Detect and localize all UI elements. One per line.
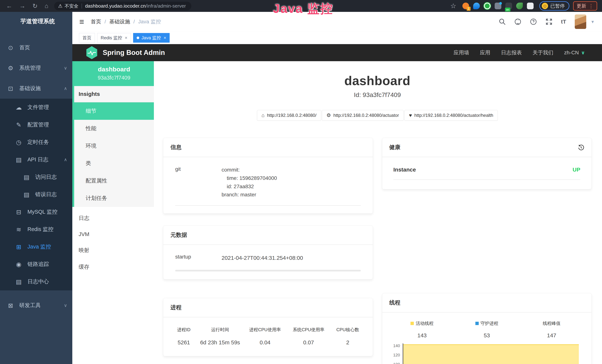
column-header: CPU核心数 — [330, 327, 365, 333]
sba-item-scheduled-tasks[interactable]: 计划任务 — [74, 190, 154, 207]
sidebar-item-access-log[interactable]: ▤ 访问日志 — [0, 168, 72, 186]
breadcrumb-item-current: Java 监控 — [138, 18, 161, 25]
sba-link-about[interactable]: 关于我们 — [533, 49, 553, 56]
sidebar-item-error-log[interactable]: ▤ 错误日志 — [0, 186, 72, 203]
close-icon[interactable]: × — [163, 35, 166, 40]
access-log-icon: ▤ — [22, 173, 31, 181]
bookmark-star-icon[interactable]: ☆ — [450, 2, 456, 10]
search-icon[interactable] — [499, 18, 506, 25]
cell-value: 5261 — [171, 339, 197, 346]
sba-instance-header[interactable]: dashboard 93a3fc7f7409 — [74, 61, 154, 86]
error-log-icon: ▤ — [22, 191, 31, 198]
config-manage-icon: ✎ — [14, 121, 23, 128]
ext-grid-icon[interactable] — [495, 3, 501, 9]
service-url-button[interactable]: ⌂ http://192.168.0.2:48080/ — [257, 110, 321, 121]
paused-profile-pill[interactable]: ☺ 已暂停 — [539, 1, 569, 11]
sba-item-metrics[interactable]: 性能 — [74, 120, 154, 137]
legend-item-peak: 线程峰值 147 — [519, 321, 584, 339]
info-value: commit: time: 1596289704000 id: 27aa832 … — [222, 166, 277, 199]
browser-update-button[interactable]: 更新 ⋮ — [573, 1, 597, 11]
sidebar-item-label: 链路追踪 — [27, 260, 49, 268]
address-bar[interactable]: ⚠ 不安全 dashboard.yudao.iocoder.cn /infra/… — [54, 2, 192, 11]
avatar-caret-down-icon[interactable]: ▾ — [591, 19, 594, 25]
browser-home-icon[interactable]: ⌂ — [45, 2, 48, 10]
sidebar-item-home[interactable]: ⊙ 首页 — [0, 37, 72, 58]
mysql-monitor-icon: ⊟ — [14, 208, 23, 216]
tab-label: Redis 监控 — [101, 35, 122, 41]
sba-item-caches[interactable]: 缓存 — [72, 259, 154, 275]
sidebar-item-dev-tools[interactable]: ⊠ 研发工具 ∨ — [0, 295, 72, 316]
tab-home[interactable]: 首页 — [79, 33, 95, 43]
breadcrumb-item-home[interactable]: 首页 — [91, 18, 101, 25]
panels-right-column: 健康 Instance UP — [382, 138, 592, 364]
annotation-java-monitor: Java 监控 — [273, 0, 333, 17]
sba-item-config-props[interactable]: 配置属性 — [74, 172, 154, 190]
extensions-puzzle-icon[interactable] — [527, 3, 534, 9]
sba-link-applications[interactable]: 应用 — [480, 49, 490, 56]
url-host[interactable]: dashboard.yudao.iocoder.cn — [85, 3, 146, 9]
ext-green-circle-icon[interactable] — [484, 3, 491, 9]
sidebar-item-file-manage[interactable]: ☁ 文件管理 — [0, 99, 72, 116]
user-avatar[interactable] — [575, 14, 586, 29]
horizontal-scrollbar[interactable] — [175, 270, 361, 271]
process-panel: 进程 进程ID 运行时间 进程CPU使用率 系统CPU使用率 — [163, 298, 373, 356]
sba-item-jvm[interactable]: JVM — [72, 227, 154, 242]
table-row: startup 2021-04-27T00:44:31.254+08:00 — [175, 254, 361, 262]
ext-pin-icon[interactable] — [473, 3, 480, 9]
process-table: 进程ID 运行时间 进程CPU使用率 系统CPU使用率 CPU核心数 5261 … — [171, 327, 365, 346]
help-icon[interactable] — [530, 18, 537, 25]
sidebar-item-system-manage[interactable]: ⚙ 系统管理 ∨ — [0, 58, 72, 78]
sba-item-classes[interactable]: 类 — [74, 155, 154, 172]
font-size-icon[interactable]: tT — [561, 19, 566, 25]
sba-link-journal[interactable]: 日志报表 — [501, 49, 522, 56]
table-row[interactable]: Instance UP — [393, 167, 580, 180]
close-icon[interactable]: × — [125, 35, 127, 40]
sba-item-details[interactable]: 细节 — [74, 102, 154, 120]
sidebar-item-log-center[interactable]: ▤ 日志中心 — [0, 273, 72, 290]
url-path[interactable]: /infra/admin-server — [146, 3, 186, 9]
github-icon[interactable] — [514, 18, 521, 25]
breadcrumb-item-infrastructure[interactable]: 基础设施 — [109, 18, 130, 25]
wrench-icon: ⚙ — [326, 112, 331, 118]
metadata-panel-header: 元数据 — [163, 226, 373, 245]
tab-java-monitor[interactable]: Java 监控 × — [133, 33, 170, 43]
ext-leaf-icon[interactable] — [516, 3, 523, 9]
fullscreen-icon[interactable] — [546, 18, 552, 25]
history-icon[interactable] — [578, 144, 584, 151]
back-icon[interactable]: ← — [6, 2, 12, 10]
threads-panel-header: 线程 — [382, 293, 592, 313]
sidebar-item-config-manage[interactable]: ✎ 配置管理 — [0, 116, 72, 134]
sidebar-item-mysql-monitor[interactable]: ⊟ MySQL 监控 — [0, 203, 72, 221]
sba-item-logs[interactable]: 日志 — [72, 210, 154, 227]
sba-main: dashboard Id: 93a3fc7f7409 ⌂ http://192.… — [154, 61, 602, 364]
app-logo[interactable]: 芋道管理系统 — [0, 12, 72, 31]
sba-brand[interactable]: Spring Boot Admin — [86, 46, 165, 60]
sba-link-wallboard[interactable]: 应用墙 — [454, 49, 469, 56]
not-secure-warning-icon[interactable]: ⚠ — [58, 3, 63, 9]
sidebar-item-api-log[interactable]: ▤ API 日志 ∧ — [0, 151, 72, 168]
ext-switch-icon[interactable]: on — [505, 3, 512, 9]
not-secure-label[interactable]: 不安全 — [64, 3, 78, 9]
legend-value: 147 — [519, 332, 584, 339]
forward-icon[interactable]: → — [19, 2, 25, 10]
sidebar-item-label: API 日志 — [27, 156, 48, 163]
sidebar-item-scheduled-job[interactable]: ◷ 定时任务 — [0, 134, 72, 151]
sidebar-fold-icon[interactable]: ≡ — [79, 17, 84, 26]
sidebar-item-trace[interactable]: ◉ 链路追踪 — [0, 256, 72, 273]
sidebar-item-java-monitor[interactable]: ⊞ Java 监控 — [0, 238, 72, 256]
health-panel-header: 健康 — [382, 138, 592, 157]
sidebar-item-infrastructure[interactable]: ⊡ 基础设施 ∧ — [0, 78, 72, 99]
sidebar-item-label: Java 监控 — [27, 243, 51, 250]
sidebar-item-label: 日志中心 — [27, 278, 49, 285]
ext-orange-icon[interactable]: 1 — [462, 3, 469, 9]
sba-item-mappings[interactable]: 映射 — [72, 242, 154, 259]
browser-menu-kebab-icon[interactable]: ⋮ — [589, 3, 594, 9]
sidebar-item-redis-monitor[interactable]: ≋ Redis 监控 — [0, 221, 72, 238]
reload-icon[interactable]: ↻ — [32, 2, 38, 10]
locale-selector[interactable]: zh-CN ∨ — [564, 50, 585, 56]
actuator-url-button[interactable]: ⚙ http://192.168.0.2:48080/actuator — [322, 110, 404, 121]
sba-item-environment[interactable]: 环境 — [74, 137, 154, 155]
tab-redis-monitor[interactable]: Redis 监控 × — [97, 33, 131, 43]
health-url-button[interactable]: ♥ http://192.168.0.2:48080/actuator/heal… — [404, 110, 498, 121]
breadcrumb-separator: / — [105, 19, 106, 25]
